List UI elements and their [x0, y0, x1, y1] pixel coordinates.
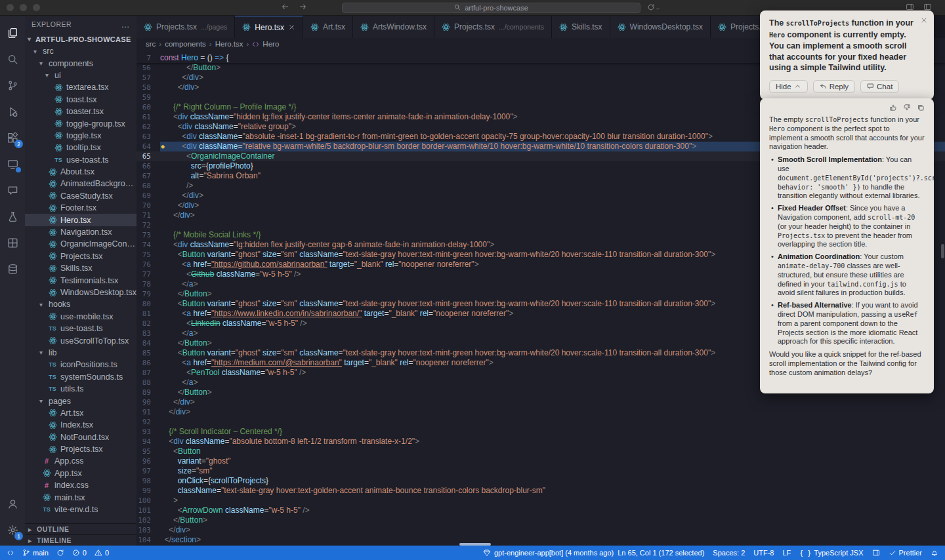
status-notifications[interactable] — [931, 549, 938, 557]
breadcrumb-item[interactable]: components — [165, 40, 206, 48]
vertical-scrollbar[interactable] — [941, 244, 944, 258]
sync-status[interactable] — [647, 2, 660, 14]
file-iconpositions-ts[interactable]: TSiconPositions.ts — [25, 359, 136, 370]
file-tooltip-tsx[interactable]: tooltip.tsx — [25, 142, 136, 153]
file-vite-env-d-ts[interactable]: TSvite-env.d.ts — [25, 504, 136, 515]
code-line-93[interactable]: 93 {/* Scroll Indicator – Centered */} — [136, 427, 945, 437]
status-formatter[interactable]: Prettier — [889, 549, 922, 557]
file-hero-tsx[interactable]: Hero.tsx — [25, 214, 136, 226]
status-encoding[interactable]: UTF-8 — [753, 549, 774, 557]
accounts-icon[interactable] — [0, 490, 25, 517]
file-app-css[interactable]: #App.css — [25, 455, 136, 467]
file-about-tsx[interactable]: About.tsx — [25, 166, 136, 178]
file-notfound-tsx[interactable]: NotFound.tsx — [25, 431, 136, 443]
forward-icon[interactable] — [299, 2, 307, 14]
command-center-search[interactable]: artful-pro-showcase — [342, 3, 640, 13]
file-usescrolltotop-tsx[interactable]: useScrollToTop.tsx — [25, 334, 136, 346]
code-line-101[interactable]: 101 <ArrowDown className="w-5 h-5" /> — [136, 506, 945, 515]
file-footer-tsx[interactable]: Footer.tsx — [25, 202, 136, 214]
file-windowsdesktop-tsx[interactable]: WindowsDesktop.tsx — [25, 287, 136, 298]
folder-lib[interactable]: ▾lib — [25, 347, 136, 359]
file-toaster-tsx[interactable]: toaster.tsx — [25, 106, 136, 117]
breadcrumb-item[interactable]: Hero.tsx — [215, 40, 243, 48]
folder-pages[interactable]: ▾pages — [25, 395, 136, 407]
close-tab-icon[interactable] — [288, 24, 295, 31]
thumbs-down-icon[interactable] — [903, 104, 911, 111]
tab-windowsdesktop-tsx[interactable]: WindowsDesktop.tsx — [610, 16, 711, 38]
status-warnings[interactable]: 0 — [94, 549, 109, 557]
file-skills-tsx[interactable]: Skills.tsx — [25, 262, 136, 274]
ai-chat-button[interactable]: Chat — [860, 80, 899, 93]
file-projects-tsx[interactable]: Projects.tsx — [25, 443, 136, 455]
file-systemsounds-ts[interactable]: TSsystemSounds.ts — [25, 371, 136, 383]
folder-components[interactable]: ▾components — [25, 57, 136, 69]
settings-icon[interactable]: 1 — [0, 517, 25, 543]
file-organicimagecontain-[interactable]: OrganicImageContain... — [25, 238, 136, 250]
database-icon[interactable] — [0, 256, 25, 282]
tab-art-tsx[interactable]: Art.tsx — [303, 16, 353, 38]
folder-hooks[interactable]: ▾hooks — [25, 298, 136, 310]
extensions-icon[interactable]: 2 — [0, 125, 25, 151]
minimize-window-button[interactable] — [20, 4, 27, 11]
status-cursor-position[interactable]: Ln 65, Col 1 (172 selected) — [618, 549, 704, 557]
file-casestudy-tsx[interactable]: CaseStudy.tsx — [25, 190, 136, 202]
tab-projects-tsx[interactable]: Projects.tsx.../components — [434, 16, 552, 38]
maximize-window-button[interactable] — [33, 4, 40, 11]
file-index-css[interactable]: #index.css — [25, 479, 136, 491]
file-main-tsx[interactable]: main.tsx — [25, 491, 136, 503]
testing-icon[interactable] — [0, 203, 25, 230]
code-line-97[interactable]: 97 size="sm" — [136, 466, 945, 476]
code-line-95[interactable]: 95 <Button — [136, 447, 945, 456]
ai-edit-icon[interactable]: ◆ — [161, 142, 165, 151]
code-line-91[interactable]: 91 </div> — [136, 407, 945, 417]
file-toggle-tsx[interactable]: toggle.tsx — [25, 130, 136, 142]
breadcrumb-symbol[interactable]: Hero — [262, 40, 279, 48]
code-line-90[interactable]: 90 </div> — [136, 397, 945, 407]
folder-src[interactable]: ▾src — [25, 45, 136, 57]
file-use-toast-ts[interactable]: TSuse-toast.ts — [25, 154, 136, 166]
code-line-103[interactable]: 103 </div> — [136, 525, 945, 535]
status-language-mode[interactable]: { }TypeScript JSX — [799, 549, 863, 557]
breadcrumb-item[interactable]: src — [146, 40, 156, 48]
outline-section[interactable]: ▸ OUTLINE — [25, 523, 136, 534]
close-icon[interactable] — [920, 15, 928, 27]
file-app-tsx[interactable]: App.tsx — [25, 468, 136, 479]
ai-reply-button[interactable]: Reply — [813, 80, 855, 93]
editor-layouts-icon[interactable] — [0, 230, 25, 256]
file-testimonials-tsx[interactable]: Testimonials.tsx — [25, 274, 136, 286]
more-actions-icon[interactable]: … — [121, 20, 131, 30]
file-projects-tsx[interactable]: Projects.tsx — [25, 250, 136, 262]
tab-hero-tsx[interactable]: Hero.tsx — [235, 16, 303, 38]
tab-artswindow-tsx[interactable]: ArtsWindow.tsx — [353, 16, 434, 38]
file-use-mobile-tsx[interactable]: use-mobile.tsx — [25, 311, 136, 323]
code-line-98[interactable]: 98 onClick={scrollToProjects} — [136, 476, 945, 486]
file-use-toast-ts[interactable]: TSuse-toast.ts — [25, 323, 136, 334]
search-icon[interactable] — [0, 46, 25, 72]
timeline-section[interactable]: ▸ TIMELINE — [25, 534, 136, 546]
file-index-tsx[interactable]: Index.tsx — [25, 419, 136, 431]
code-line-96[interactable]: 96 variant="ghost" — [136, 456, 945, 466]
code-line-104[interactable]: 104 </section> — [136, 535, 945, 545]
status-remote[interactable] — [7, 549, 14, 557]
file-toggle-group-tsx[interactable]: toggle-group.tsx — [25, 117, 136, 129]
tab-skills-tsx[interactable]: Skills.tsx — [552, 16, 610, 38]
file-animatedbackground-[interactable]: AnimatedBackground.... — [25, 178, 136, 190]
status-editor-layout[interactable] — [872, 549, 880, 557]
tab-projects-tsx[interactable]: Projects.tsx.../pages — [136, 16, 235, 38]
status-sync[interactable] — [56, 549, 64, 557]
file-textarea-tsx[interactable]: textarea.tsx — [25, 81, 136, 93]
project-root-folder[interactable]: ▾ ARTFUL-PRO-SHOWCASE — [25, 33, 136, 45]
chat-icon[interactable] — [0, 177, 25, 203]
source-control-icon[interactable] — [0, 72, 25, 98]
status-errors[interactable]: 0 — [72, 549, 87, 557]
close-window-button[interactable] — [7, 4, 14, 11]
code-line-102[interactable]: 102 </Button> — [136, 515, 945, 525]
thumbs-up-icon[interactable] — [889, 104, 897, 111]
code-line-100[interactable]: 100 > — [136, 496, 945, 506]
code-line-99[interactable]: 99 className="text-slate-gray hover:text… — [136, 486, 945, 496]
copy-icon[interactable] — [917, 104, 925, 111]
file-utils-ts[interactable]: TSutils.ts — [25, 383, 136, 395]
back-icon[interactable] — [281, 2, 289, 14]
file-navigation-tsx[interactable]: Navigation.tsx — [25, 226, 136, 238]
status-indentation[interactable]: Spaces: 2 — [713, 549, 745, 557]
